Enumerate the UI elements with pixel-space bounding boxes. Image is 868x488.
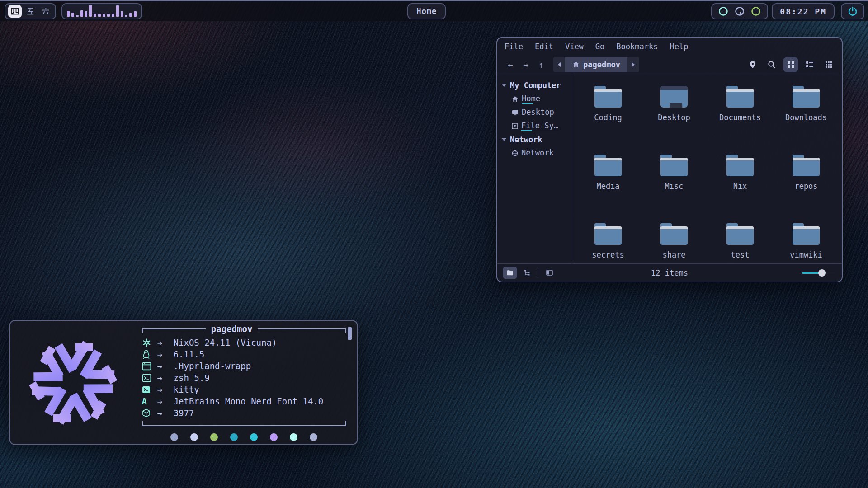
folder-name-label: secrets	[592, 250, 624, 259]
sidebar-section-network[interactable]: Network	[502, 133, 572, 146]
fetch-footer	[142, 421, 346, 426]
clock-label: 08:22 PM	[780, 7, 826, 16]
folder-icon	[793, 223, 820, 245]
breadcrumb-left-chevron-icon[interactable]	[553, 57, 565, 72]
arrow-icon: →	[157, 361, 174, 371]
arrow-icon: →	[157, 396, 174, 406]
terminal-color-palette	[142, 433, 346, 441]
gauge-lavender-icon[interactable]	[735, 6, 745, 16]
os-snowflake-icon	[142, 338, 151, 347]
folder-icon	[660, 223, 688, 245]
breadcrumb-right-chevron-icon[interactable]	[627, 57, 639, 72]
slider-knob[interactable]	[818, 269, 826, 277]
folder-item-misc[interactable]: Misc	[641, 150, 707, 219]
fetch-value: zsh 5.9	[174, 373, 210, 383]
fetch-value: 6.11.5	[174, 349, 205, 359]
section-label: Network	[510, 135, 542, 144]
terminal-window[interactable]: pagedmov → NixOS 24.11 (Vicuna) → 6.11.5…	[9, 320, 358, 445]
folder-item-documents[interactable]: Documents	[707, 81, 773, 150]
hostname-label: pagedmov	[206, 324, 258, 334]
sidebar-item-network[interactable]: Network	[502, 146, 572, 160]
workspace-button-3[interactable]	[39, 5, 52, 18]
gauge-cyan-icon[interactable]	[718, 6, 728, 16]
compact-grid-icon	[825, 61, 832, 68]
desktop-icon	[512, 110, 519, 116]
sidebar-item-home[interactable]: Home	[502, 92, 572, 106]
file-manager-window: FileEditViewGoBookmarksHelp ← → ↑ pagedm…	[496, 37, 843, 282]
folder-item-desktop[interactable]: Desktop	[641, 81, 707, 150]
compact-view-button[interactable]	[821, 57, 836, 72]
folder-name-label: Documents	[719, 113, 761, 122]
gauge-green-icon[interactable]	[751, 6, 761, 16]
file-manager-statusbar: 12 items	[497, 263, 842, 282]
folder-icon	[726, 86, 754, 108]
collapse-arrow-icon	[502, 138, 506, 141]
search-button[interactable]	[764, 57, 779, 72]
list-view-button[interactable]	[802, 57, 817, 72]
fetch-value: 3977	[174, 408, 194, 418]
menu-item-help[interactable]: Help	[670, 42, 688, 51]
fetch-row-shell: → zsh 5.9	[142, 372, 346, 384]
sidebar-section-my-computer[interactable]: My Computer	[502, 79, 572, 92]
terminal-cursor	[348, 327, 352, 340]
terminal-app-icon	[142, 386, 151, 394]
folder-icon	[726, 223, 754, 245]
location-button[interactable]	[745, 57, 760, 72]
collapse-arrow-icon	[502, 84, 506, 87]
list-view-icon	[806, 61, 814, 68]
back-button[interactable]: ←	[503, 60, 518, 70]
sidebar-item-desktop[interactable]: Desktop	[502, 106, 572, 119]
palette-dot	[310, 433, 317, 441]
folder-icon	[594, 86, 622, 108]
fetch-row-os: → NixOS 24.11 (Vicuna)	[142, 337, 346, 348]
menu-item-bookmarks[interactable]: Bookmarks	[616, 42, 658, 51]
fetch-row-font: A → JetBrains Mono Nerd Font 14.0	[142, 395, 346, 407]
forward-button[interactable]: →	[518, 60, 533, 70]
menu-item-edit[interactable]: Edit	[535, 42, 553, 51]
folder-item-coding[interactable]: Coding	[575, 81, 641, 150]
kanji-six-icon	[41, 7, 50, 16]
sidebar-item-label: Home	[522, 94, 540, 104]
visualizer-bar	[67, 11, 70, 17]
folder-grid: CodingDesktopDocumentsDownloadsMediaMisc…	[572, 74, 842, 263]
folder-item-media[interactable]: Media	[575, 150, 641, 219]
folder-item-downloads[interactable]: Downloads	[773, 81, 839, 150]
fetch-header: pagedmov	[142, 324, 346, 334]
folder-icon	[793, 86, 820, 108]
palette-dot	[170, 433, 178, 441]
menu-item-view[interactable]: View	[565, 42, 584, 51]
nixos-logo	[21, 329, 126, 436]
up-button[interactable]: ↑	[533, 60, 549, 70]
breadcrumb-path-label: pagedmov	[583, 60, 620, 69]
fetch-row-packages: → 3977	[142, 407, 346, 419]
palette-dot	[270, 433, 278, 441]
active-window-title: Home	[407, 3, 446, 19]
breadcrumb-path-tab[interactable]: pagedmov	[565, 57, 627, 72]
folder-name-label: Desktop	[658, 113, 690, 122]
visualizer-bar	[125, 15, 127, 17]
folder-item-nix[interactable]: Nix	[707, 150, 773, 219]
arrow-icon: →	[157, 385, 174, 394]
menu-item-go[interactable]: Go	[595, 42, 604, 51]
visualizer-bar	[112, 14, 114, 17]
palette-dot	[190, 433, 198, 441]
power-icon[interactable]	[847, 6, 858, 17]
sidebar-item-file-system[interactable]: File Sy…	[502, 119, 572, 133]
workspace-button-2[interactable]	[24, 5, 37, 18]
fetch-row-terminal: → kitty	[142, 384, 346, 395]
workspace-button-1[interactable]	[8, 5, 22, 18]
folder-name-label: test	[731, 250, 750, 259]
visualizer-bar	[129, 13, 132, 17]
visualizer-bar	[80, 10, 83, 17]
icon-view-button[interactable]	[783, 57, 798, 72]
zoom-slider[interactable]	[802, 269, 836, 277]
visualizer-bar	[94, 14, 96, 17]
kernel-penguin-icon	[142, 350, 151, 359]
menu-item-file[interactable]: File	[505, 42, 523, 51]
breadcrumb: pagedmov	[553, 57, 639, 72]
folder-item-repos[interactable]: repos	[773, 150, 839, 219]
fetch-row-kernel: → 6.11.5	[142, 348, 346, 360]
visualizer-bar	[121, 11, 123, 17]
visualizer-bar	[134, 11, 137, 17]
palette-dot	[250, 433, 258, 441]
